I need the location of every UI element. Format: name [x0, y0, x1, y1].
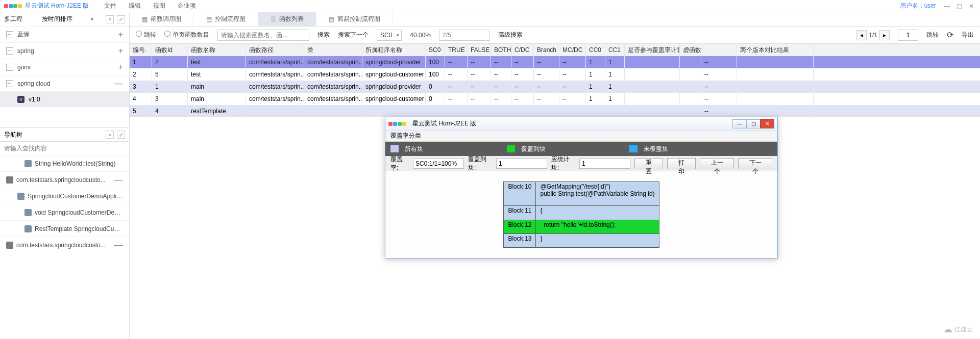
nav-item[interactable]: com.teststars.springcloudcusto...— — [0, 237, 129, 253]
code-block-row[interactable]: Block:11{ — [504, 206, 659, 220]
column-header[interactable]: SC0 — [426, 44, 445, 56]
reset-button[interactable]: 重置 — [634, 158, 663, 169]
plus-icon[interactable]: + — [118, 30, 123, 39]
tab-simple-flow[interactable]: ▤简易控制流程图 — [316, 12, 393, 26]
chevron-down-icon: ▾ — [91, 16, 93, 22]
modal-titlebar[interactable]: 星云测试 Horn-J2EE 版 — ▢ ✕ — [385, 117, 777, 131]
pager: ◂ 1/1 ▸ — [856, 30, 890, 40]
column-header[interactable]: BOTH — [491, 44, 511, 56]
project-item[interactable]: spring+ — [0, 43, 129, 59]
project-item[interactable]: spring cloud— — [0, 75, 129, 92]
menu-edit[interactable]: 编辑 — [129, 2, 141, 10]
column-header[interactable]: MC/DC — [559, 44, 586, 56]
tab-function-list[interactable]: ☰函数列表 — [258, 12, 316, 26]
minimize-icon[interactable]: — — [942, 3, 951, 10]
covered-input[interactable] — [496, 159, 547, 169]
minus-icon[interactable]: — — [114, 174, 123, 185]
fraction-input[interactable] — [439, 30, 490, 41]
jump-button[interactable]: 跳转 — [926, 31, 939, 39]
code-block-row[interactable]: Block:13} — [504, 233, 659, 247]
next-page-button[interactable]: ▸ — [879, 30, 890, 40]
column-header[interactable]: Branch — [534, 44, 559, 56]
table-cell — [737, 105, 814, 117]
column-header[interactable]: C/DC — [511, 44, 534, 56]
advanced-search-button[interactable]: 高级搜索 — [498, 31, 523, 39]
project-item[interactable]: 蓝缘+ — [0, 27, 129, 43]
project-item[interactable]: guns+ — [0, 59, 129, 75]
jump-radio[interactable]: 跳转 — [136, 31, 156, 39]
table-row[interactable]: 54restTemplate-- — [130, 105, 980, 117]
table-row[interactable]: 31maincom/teststars/sprin...com/teststar… — [130, 81, 980, 93]
minus-icon[interactable]: — — [114, 78, 123, 89]
column-header[interactable]: 两个版本对比结果 — [737, 44, 814, 56]
search-button[interactable]: 搜索 — [317, 31, 330, 39]
column-header[interactable]: CC1 — [605, 44, 625, 56]
column-header[interactable]: 虚函数值 — [680, 44, 701, 56]
nav-search-input[interactable] — [4, 145, 125, 152]
search-next-button[interactable]: 搜索下一个 — [338, 31, 369, 39]
rate-input[interactable] — [413, 159, 464, 169]
next-button[interactable]: 下一个 — [738, 158, 772, 169]
column-header[interactable]: 所属程序名称 — [362, 44, 426, 56]
code-block-row[interactable]: Block:10@GetMapping("/test/{id}") public… — [504, 182, 659, 206]
nav-item[interactable]: SpringcloudCustomerDemoApplica... — [0, 188, 129, 204]
nav-item[interactable]: void SpringcloudCustomerDemoAp — [0, 204, 129, 220]
plus-icon[interactable]: + — [118, 63, 123, 72]
collapse-left-icon[interactable]: « — [106, 15, 114, 23]
prev-button[interactable]: 上一个 — [700, 158, 734, 169]
expand-icon[interactable]: ⤢ — [117, 131, 125, 139]
table-cell: 1 — [130, 56, 152, 68]
page-input[interactable] — [898, 30, 918, 41]
table-cell: -- — [491, 93, 511, 105]
should-input[interactable] — [579, 159, 630, 169]
nav-search — [0, 142, 129, 155]
close-icon[interactable]: ✕ — [760, 119, 774, 128]
maximize-icon[interactable]: ▢ — [746, 119, 761, 128]
column-header[interactable]: 函数名称 — [188, 44, 246, 56]
code-block-row[interactable]: Block:12 return "hello"+id.toString(); — [504, 220, 659, 233]
table-row[interactable]: 25testcom/teststars/sprin...com/teststar… — [130, 68, 980, 81]
export-button[interactable]: 导出 — [962, 31, 974, 39]
table-cell: springcloud-customer — [362, 68, 426, 81]
nav-item[interactable]: com.teststars.springcloudcusto...— — [0, 171, 129, 188]
nav-item[interactable]: String HelloWorld::test(String) — [0, 155, 129, 171]
collapse-left-icon[interactable]: « — [106, 131, 114, 139]
table-row[interactable]: 12testcom/teststars/sprin...com/teststar… — [130, 56, 980, 68]
sort-select[interactable]: 按时间排序▾ — [42, 15, 93, 23]
column-header[interactable]: 类 — [304, 44, 362, 56]
metric-select[interactable]: SC0 — [377, 30, 402, 41]
close-icon[interactable]: ✕ — [967, 3, 976, 10]
table-cell: 100 — [426, 68, 445, 81]
column-header[interactable]: CC0 — [586, 44, 605, 56]
maximize-icon[interactable]: ▢ — [954, 3, 964, 10]
column-header[interactable]: 函数Id — [152, 44, 188, 56]
single-page-radio[interactable]: 单页函数数目 — [164, 31, 209, 39]
table-cell — [737, 93, 814, 105]
column-header[interactable]: 编号. — [130, 44, 152, 56]
project-version[interactable]: Vv1.0 — [0, 92, 129, 107]
table-cell — [625, 68, 680, 81]
tab-call-graph[interactable]: ▦函数调用图 — [130, 12, 194, 26]
column-header[interactable]: 函数路径 — [246, 44, 304, 56]
table-cell — [680, 81, 701, 93]
refresh-icon[interactable]: ⟳ — [947, 30, 953, 40]
table-row[interactable]: 43maincom/teststars/sprin...com/teststar… — [130, 93, 980, 105]
column-header[interactable]: FALSE — [468, 44, 491, 56]
minus-icon[interactable]: — — [114, 240, 123, 250]
nav-item[interactable]: RestTemplate SpringcloudCustome — [0, 220, 129, 237]
menu-enterprise[interactable]: 企业项 — [178, 2, 196, 10]
column-header[interactable]: 是否参与覆盖率计算 — [625, 44, 680, 56]
menu-view[interactable]: 视图 — [153, 2, 165, 10]
tab-control-flow[interactable]: ▤控制流程图 — [194, 12, 258, 26]
package-icon — [6, 242, 13, 249]
prev-page-button[interactable]: ◂ — [856, 30, 867, 40]
expand-icon[interactable]: ⤢ — [117, 15, 125, 23]
table-cell: com/teststars/sprin... — [304, 68, 362, 81]
menu-file[interactable]: 文件 — [104, 2, 116, 10]
plus-icon[interactable]: + — [118, 46, 123, 56]
column-header[interactable]: TRUE — [445, 44, 468, 56]
search-input[interactable] — [217, 30, 309, 41]
print-button[interactable]: 打印 — [667, 158, 696, 169]
column-header[interactable] — [701, 44, 737, 56]
minimize-icon[interactable]: — — [732, 119, 747, 128]
